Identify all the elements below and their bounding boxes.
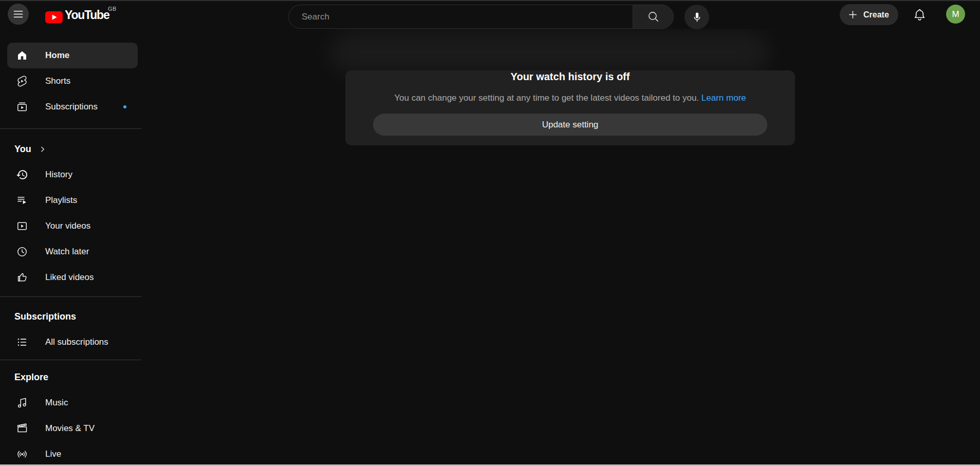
youtube-app: YouTube GB Create M [0,0,980,466]
search-icon [647,10,660,23]
sidebar-item-live[interactable]: Live [7,441,138,466]
explore-heading: Explore [0,364,141,390]
banner-description: You can change your setting at any time … [345,92,795,104]
ambient-glow [329,31,771,74]
sidebar-item-liked-videos[interactable]: Liked videos [7,265,138,290]
sidebar-section-subscriptions: Subscriptions All subscriptions [0,297,141,360]
search-input[interactable] [289,12,633,22]
logo-wordmark: YouTube [65,8,109,22]
history-icon [16,169,28,181]
sidebar-item-shorts[interactable]: Shorts [7,68,138,94]
sidebar-section-you: You History Playlists [0,129,141,297]
sidebar-item-label: Watch later [45,247,89,257]
hamburger-icon [12,8,24,20]
sidebar-item-label: Live [45,449,61,459]
avatar-initial: M [952,9,959,20]
chevron-right-icon [38,144,47,154]
sidebar: Home Shorts Subscriptions You [0,29,141,466]
sidebar-item-label: Shorts [45,76,70,86]
your-videos-icon [16,220,28,232]
menu-button[interactable] [8,4,29,25]
sidebar-item-label: Your videos [45,221,90,231]
sidebar-item-your-videos[interactable]: Your videos [7,213,138,239]
notifications-button[interactable] [912,7,927,22]
banner-title: Your watch history is off [345,70,795,83]
sidebar-item-you[interactable]: You [0,136,141,162]
shorts-icon [16,75,28,87]
window-top-edge [0,0,980,1]
sidebar-section-primary: Home Shorts Subscriptions [0,29,141,129]
watch-history-banner: Your watch history is off You can change… [345,70,795,145]
sidebar-item-home[interactable]: Home [7,43,138,68]
topbar: YouTube GB Create M [0,0,980,29]
live-broadcast-icon [16,448,28,460]
sidebar-item-label: History [45,170,72,180]
learn-more-link[interactable]: Learn more [701,93,746,103]
sidebar-item-label: Playlists [45,195,77,206]
sidebar-section-explore: Explore Music Movies & TV Live [0,360,141,466]
playlists-icon [16,194,28,207]
sidebar-item-subscriptions[interactable]: Subscriptions [7,94,138,120]
sidebar-item-movies-tv[interactable]: Movies & TV [7,416,138,441]
update-setting-button[interactable]: Update setting [373,114,767,136]
sidebar-item-label: Liked videos [45,272,94,283]
sidebar-item-label: Home [45,50,69,61]
thumbs-up-icon [16,271,28,284]
avatar[interactable]: M [946,5,965,24]
list-icon [16,336,28,348]
watch-later-icon [16,246,28,258]
create-button-label: Create [863,10,889,20]
subscriptions-heading: Subscriptions [0,304,141,329]
search-button[interactable] [633,5,674,29]
main-content: Your watch history is off You can change… [141,29,980,466]
subscriptions-icon [16,101,28,113]
banner-description-text: You can change your setting at any time … [394,93,699,103]
sidebar-item-music[interactable]: Music [7,390,138,416]
microphone-icon [691,11,703,23]
voice-search-button[interactable] [685,5,709,29]
you-heading: You [14,144,31,155]
plus-icon [847,9,859,21]
clapperboard-icon [16,422,28,435]
sidebar-item-watch-later[interactable]: Watch later [7,239,138,265]
sidebar-item-history[interactable]: History [7,162,138,188]
sidebar-item-all-subscriptions[interactable]: All subscriptions [7,329,138,355]
music-note-icon [16,397,28,409]
sidebar-item-label: Movies & TV [45,423,95,434]
sidebar-item-label: All subscriptions [45,337,108,347]
search-box [288,5,633,29]
sidebar-item-label: Music [45,398,68,408]
bell-icon [913,8,927,22]
notification-dot [123,105,126,108]
youtube-play-icon [45,11,63,23]
sidebar-item-playlists[interactable]: Playlists [7,188,138,213]
country-code: GB [108,6,117,12]
create-button[interactable]: Create [840,4,898,25]
sidebar-item-label: Subscriptions [45,102,98,112]
home-icon [16,49,28,62]
